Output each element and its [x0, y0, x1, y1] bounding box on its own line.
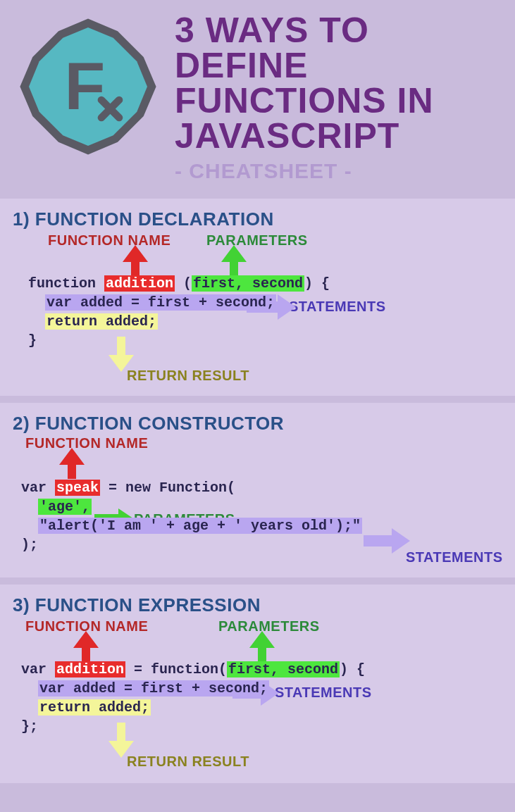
- svg-text:F: F: [64, 49, 105, 123]
- section-title: 2) FUNCTION CONSTRUCTOR: [13, 413, 502, 435]
- code-name: addition: [55, 661, 125, 677]
- title-block: 3 WAYS TO DEFINE FUNCTIONS IN JAVASCRIPT…: [175, 13, 501, 183]
- svg-marker-11: [249, 631, 275, 662]
- code-stmt: var added = first + second;: [38, 680, 269, 697]
- arrow-up-green-icon: [247, 631, 278, 662]
- svg-marker-4: [221, 245, 247, 276]
- subtitle: - CHEATSHEET -: [175, 159, 501, 183]
- code-block: var addition = function(first, second) {…: [21, 660, 502, 736]
- section-declaration: 1) FUNCTION DECLARATION FUNCTION NAME PA…: [0, 199, 515, 396]
- section-expression: 3) FUNCTION EXPRESSION FUNCTION NAME PAR…: [0, 585, 515, 783]
- code-block: function addition (first, second) { var …: [28, 274, 502, 350]
- code-name: speak: [55, 480, 100, 496]
- label-function-name: FUNCTION NAME: [48, 232, 170, 249]
- arrow-up-red-icon: [70, 631, 101, 662]
- code-return: return added;: [45, 313, 158, 330]
- section-title: 3) FUNCTION EXPRESSION: [13, 594, 502, 616]
- svg-marker-10: [73, 631, 99, 662]
- svg-marker-7: [59, 448, 85, 479]
- section-title: 1) FUNCTION DECLARATION: [13, 208, 502, 230]
- label-return-result: RETURN RESULT: [127, 754, 249, 770]
- header: F 3 WAYS TO DEFINE FUNCTIONS IN JAVASCRI…: [0, 0, 515, 192]
- fx-badge-icon: F: [14, 13, 162, 163]
- code-close: };: [21, 718, 38, 735]
- code-params: 'age',: [38, 499, 92, 515]
- code-text: = new Function(: [100, 480, 235, 496]
- arrow-up-red-icon: [120, 245, 151, 276]
- code-keyword: var: [21, 480, 55, 496]
- code-text: = function(: [125, 661, 227, 677]
- code-keyword: var: [21, 661, 55, 677]
- svg-marker-3: [123, 245, 148, 276]
- section-constructor: 2) FUNCTION CONSTRUCTOR FUNCTION NAME PA…: [0, 403, 515, 577]
- code-return: return added;: [38, 699, 151, 716]
- code-close: );: [21, 537, 38, 553]
- arrow-up-green-icon: [218, 245, 249, 276]
- code-keyword: function: [28, 275, 104, 292]
- code-close: }: [28, 332, 37, 349]
- code-block: var speak = new Function( 'age', "alert(…: [21, 478, 502, 554]
- code-stmt: var added = first + second;: [45, 294, 276, 311]
- code-params: first, second: [227, 661, 340, 677]
- code-name: addition: [104, 275, 175, 292]
- code-stmt: "alert('I am ' + age + ' years old');": [38, 518, 362, 534]
- code-text: ) {: [304, 275, 330, 292]
- code-text: (: [175, 275, 192, 292]
- code-text: ) {: [340, 661, 365, 677]
- label-return-result: RETURN RESULT: [127, 368, 249, 384]
- main-title: 3 WAYS TO DEFINE FUNCTIONS IN JAVASCRIPT: [175, 13, 501, 154]
- arrow-up-red-icon: [56, 448, 87, 479]
- code-params: first, second: [192, 275, 304, 292]
